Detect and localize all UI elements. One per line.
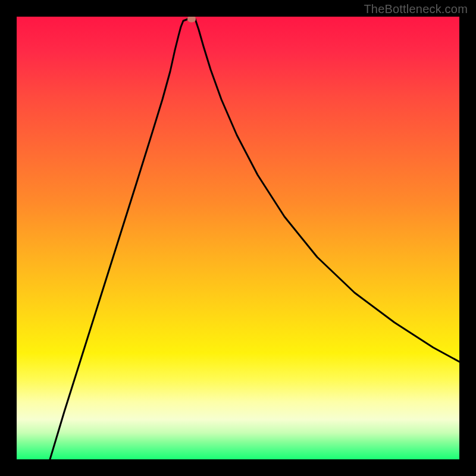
curve-left-branch: [50, 19, 188, 459]
watermark-text: TheBottleneck.com: [364, 2, 468, 16]
chart-frame: [17, 17, 459, 459]
curve-right-branch: [195, 19, 459, 362]
chart-marker-dot: [187, 17, 196, 23]
chart-plot-area: [17, 17, 459, 459]
chart-curve: [17, 17, 459, 459]
